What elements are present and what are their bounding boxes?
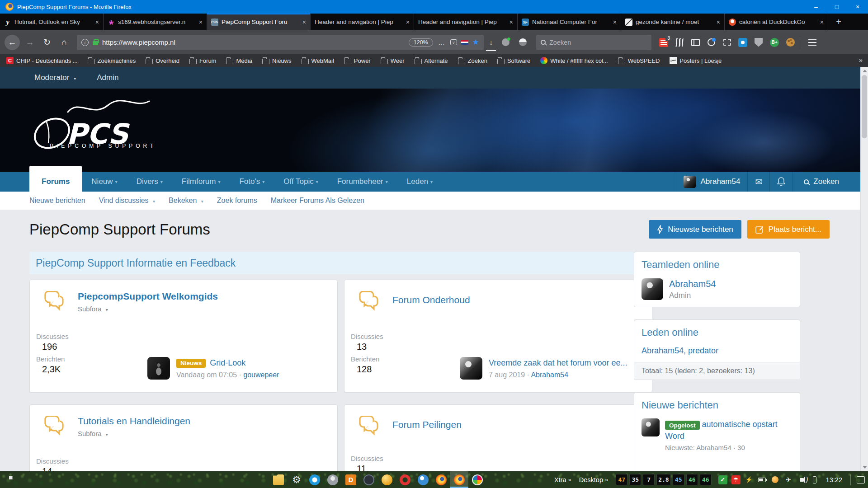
battery-icon[interactable] — [758, 475, 767, 484]
bookmark-item[interactable]: WebSPEED — [618, 57, 660, 64]
subnav-link[interactable]: Zoek forums — [217, 197, 257, 205]
taskbar-app[interactable] — [288, 471, 306, 488]
scrollbar-thumb[interactable] — [862, 75, 867, 138]
latest-post-author-link[interactable]: Abraham54 — [531, 371, 568, 379]
browser-tab[interactable]: s169.webhostingserver.n × — [104, 14, 207, 30]
forum-title-link[interactable]: Tutorials en Handleidingen — [78, 416, 190, 427]
search-bar[interactable] — [536, 35, 651, 50]
privacy-badger-icon[interactable] — [498, 35, 513, 50]
subnav-link[interactable]: Nieuwe berichten — [29, 197, 85, 205]
members-online-list[interactable]: Abraham54, predator — [642, 346, 793, 356]
latest-post-link[interactable]: Grid-Look — [210, 358, 245, 368]
new-post-link[interactable]: Opgelost automatische opstart Word — [665, 418, 793, 442]
avatar[interactable] — [642, 418, 660, 436]
browser-tab[interactable]: Nationaal Computer For × — [518, 14, 621, 30]
latest-post-link[interactable]: Vreemde zaak dat het forum voor ee... — [489, 358, 627, 368]
lightning-tray-icon[interactable]: ⚡ — [745, 475, 754, 484]
screenshot-icon[interactable] — [722, 38, 732, 47]
taskbar-app[interactable] — [414, 471, 432, 488]
zoom-level-badge[interactable]: 120% — [409, 38, 433, 47]
admin-link[interactable]: Admin — [97, 73, 118, 82]
pocket-icon[interactable]: v — [450, 39, 457, 45]
bookmark-item[interactable]: Zoeken — [458, 57, 487, 64]
bookmark-item[interactable]: Software — [497, 57, 530, 64]
shield-icon[interactable] — [754, 38, 764, 47]
nav-item[interactable]: Leden ▾ — [397, 172, 442, 192]
bookmark-item[interactable]: Zoekmachines — [88, 57, 136, 64]
bitdefender-icon[interactable]: B+ — [769, 38, 779, 47]
orange-dot-icon[interactable] — [771, 475, 780, 484]
taskbar-app[interactable] — [468, 471, 486, 488]
taskbar-app[interactable] — [360, 471, 378, 488]
extension-sphere-icon[interactable] — [515, 35, 530, 50]
nav-item[interactable]: Forums — [29, 166, 82, 192]
back-button[interactable]: ← — [5, 35, 20, 50]
url-bar[interactable]: i https://www.piepcomp.nl 120% … v ★ — [77, 35, 484, 50]
reload-button[interactable]: ↻ — [40, 35, 54, 50]
library-icon[interactable] — [675, 38, 684, 47]
bookmark-star-icon[interactable]: ★ — [472, 38, 479, 47]
avira-icon[interactable]: ☂ — [731, 475, 741, 484]
taskbar-app[interactable] — [450, 471, 468, 488]
avatar[interactable] — [460, 357, 482, 380]
sidebars-icon[interactable] — [690, 38, 700, 47]
bookmark-item[interactable]: White / #ffffff hex col... — [540, 57, 608, 64]
browser-tab[interactable]: Header and navigation | Piep × — [414, 14, 518, 30]
subnav-link[interactable]: Vind discussies ▾ — [99, 197, 155, 205]
forward-button[interactable]: → — [23, 35, 37, 50]
nav-item[interactable]: Filmforum ▾ — [172, 172, 230, 192]
browser-tab[interactable]: Hotmail, Outlook en Sky × — [0, 14, 104, 30]
latest-post-author-link[interactable]: gouwepeer — [243, 371, 279, 379]
bookmark-item[interactable]: Overheid — [146, 57, 179, 64]
avatar[interactable] — [147, 357, 170, 380]
https-lock-icon[interactable] — [93, 41, 98, 45]
bookmark-item[interactable]: Alternate — [415, 57, 448, 64]
taskbar-app[interactable] — [396, 471, 414, 488]
close-button[interactable]: × — [847, 0, 868, 14]
lightshot-icon[interactable] — [738, 38, 748, 47]
subfora-toggle[interactable]: Subfora ▾ — [78, 305, 218, 313]
nav-item[interactable]: Nieuw ▾ — [82, 172, 127, 192]
moderator-menu[interactable]: Moderator ▾ — [34, 73, 76, 82]
bookmark-item[interactable]: Media — [226, 57, 252, 64]
taskbar-app[interactable] — [269, 471, 288, 488]
minimize-button[interactable]: – — [806, 0, 826, 14]
site-info-icon[interactable]: i — [81, 39, 89, 46]
tab-close-icon[interactable]: × — [95, 19, 99, 26]
search-input[interactable] — [549, 39, 647, 46]
inbox-button[interactable]: ✉ — [747, 172, 769, 192]
nav-item[interactable]: Off Topic ▾ — [274, 172, 328, 192]
bookmark-item[interactable]: CHIP - Deutschlands ... — [6, 57, 78, 64]
taskbar-app[interactable] — [432, 471, 450, 488]
post-thread-button[interactable]: Plaats bericht... — [747, 220, 830, 239]
bookmarks-overflow-chevron[interactable]: » — [859, 56, 863, 64]
desktop-toolbar[interactable]: Desktop » — [579, 476, 608, 483]
bookmark-item[interactable]: Posters | Loesje — [670, 57, 722, 64]
taskbar-app[interactable] — [378, 471, 396, 488]
menu-icon[interactable] — [808, 39, 816, 46]
browser-tab[interactable]: Header and navigation | Piep × — [311, 14, 414, 30]
maximize-button[interactable]: □ — [826, 0, 847, 14]
taskbar-app[interactable] — [324, 471, 342, 488]
new-tab-button[interactable]: + — [831, 17, 846, 27]
translate-flag-icon[interactable] — [461, 40, 468, 45]
tab-close-icon[interactable]: × — [199, 19, 203, 26]
subnav-link[interactable]: Bekeken ▾ — [169, 197, 203, 205]
nav-item[interactable]: Divers ▾ — [127, 172, 172, 192]
tab-close-icon[interactable]: × — [820, 19, 824, 26]
tab-close-icon[interactable]: × — [406, 19, 410, 26]
bookmark-item[interactable]: Forum — [189, 57, 217, 64]
url-text[interactable]: https://www.piepcomp.nl — [102, 38, 405, 46]
member-link[interactable]: Abraham54 — [669, 279, 716, 289]
airplane-icon[interactable]: ✈ — [784, 475, 793, 484]
page-actions-icon[interactable]: … — [437, 38, 446, 46]
chevron-right-icon[interactable]: » — [568, 476, 571, 483]
forum-title-link[interactable]: PiepcompSupport Welkomgids — [78, 291, 218, 302]
subfora-toggle[interactable]: Subfora ▾ — [78, 430, 190, 437]
scroll-up-arrow[interactable] — [863, 70, 867, 72]
nav-item[interactable]: Foto's ▾ — [230, 172, 274, 192]
scroll-down-arrow[interactable] — [863, 466, 867, 469]
forum-title-link[interactable]: Forum Onderhoud — [392, 295, 470, 312]
home-button[interactable]: ⌂ — [57, 35, 71, 50]
notification-center-icon[interactable] — [856, 475, 865, 484]
